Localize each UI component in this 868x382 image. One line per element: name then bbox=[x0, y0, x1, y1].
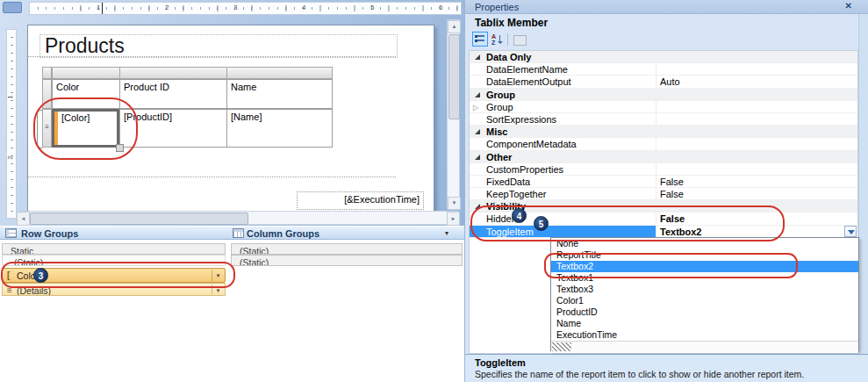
design-horizontal-scrollbar[interactable]: ◂ ▸ bbox=[16, 211, 459, 225]
bracket-icon: [ bbox=[7, 270, 10, 281]
property-row-sortexpressions[interactable]: SortExpressions bbox=[470, 113, 857, 126]
property-category-dataonly[interactable]: Data Only bbox=[470, 51, 857, 63]
data-cell-color-selected[interactable]: [Color] bbox=[52, 109, 119, 148]
row-group-item-label: Static bbox=[11, 246, 33, 255]
column-handle-1[interactable] bbox=[52, 67, 120, 79]
dropdown-item-textbox1[interactable]: Textbox1 bbox=[551, 272, 858, 284]
dropdown-item-executiontime[interactable]: ExecutionTime bbox=[551, 329, 858, 341]
toggleitem-dropdown-list[interactable]: NoneReportTitleTextbox2Textbox1Textbox3C… bbox=[550, 237, 859, 351]
dropdown-item-none[interactable]: None bbox=[551, 238, 858, 249]
property-row-toggleitem[interactable]: ToggleItemTextbox2 bbox=[470, 226, 857, 238]
data-cell-color-text: [Color] bbox=[61, 112, 90, 123]
band-separator-bottom bbox=[28, 177, 396, 177]
design-vertical-scrollbar[interactable]: ▴ ▾ bbox=[447, 19, 460, 209]
property-row-fixeddata[interactable]: FixedDataFalse bbox=[470, 176, 857, 188]
row-group-item-color[interactable]: [Color▾ bbox=[2, 268, 226, 283]
report-title-text: Products bbox=[45, 34, 125, 57]
sort-arrow-icon bbox=[499, 35, 500, 43]
report-page[interactable]: Products ≡ Color Product ID Name [C bbox=[27, 25, 434, 213]
property-row-componentmetadata[interactable]: ComponentMetadata bbox=[470, 138, 857, 150]
property-name: DataElementName bbox=[470, 63, 656, 75]
dropdown-item-textbox3[interactable]: Textbox3 bbox=[551, 284, 858, 295]
panel-right-edge bbox=[858, 14, 868, 354]
report-title-textbox[interactable]: Products bbox=[39, 34, 398, 58]
property-value[interactable]: Textbox2 bbox=[656, 226, 857, 237]
column-handle-3[interactable] bbox=[226, 67, 333, 79]
property-value[interactable] bbox=[656, 63, 857, 75]
categorized-icon bbox=[476, 35, 484, 44]
property-row-hidden[interactable]: HiddenFalse bbox=[470, 213, 857, 225]
property-value[interactable]: Auto bbox=[656, 76, 857, 87]
scroll-left-button[interactable]: ◂ bbox=[17, 212, 30, 226]
tablix[interactable]: ≡ Color Product ID Name [Color] [Product… bbox=[42, 67, 333, 148]
tablix-corner-handle[interactable] bbox=[42, 67, 52, 79]
header-cell-name[interactable]: Name bbox=[226, 79, 333, 109]
grouping-pane-menu-arrow[interactable]: ▾ bbox=[445, 229, 448, 237]
grouping-pane: Row Groups Column Groups ▾ Static(Static… bbox=[0, 226, 464, 382]
ruler-half-ticks bbox=[30, 5, 461, 11]
dropdown-item-color1[interactable]: Color1 bbox=[551, 295, 858, 306]
property-row-dataelementoutput[interactable]: DataElementOutputAuto bbox=[470, 76, 857, 88]
property-description-pane: ToggleItem Specifies the name of the rep… bbox=[465, 354, 868, 382]
property-row-keeptogether[interactable]: KeepTogetherFalse bbox=[470, 188, 857, 200]
property-category-visibility[interactable]: Visibility bbox=[470, 200, 857, 213]
property-name: CustomProperties bbox=[470, 163, 656, 175]
scroll-down-button[interactable]: ▾ bbox=[448, 197, 461, 210]
properties-title-bar[interactable]: Properties ✕ bbox=[465, 0, 868, 14]
design-surface: 123456 12 Products ≡ Color Produ bbox=[0, 0, 464, 226]
close-icon[interactable]: ✕ bbox=[845, 1, 852, 11]
data-cell-name[interactable]: [Name] bbox=[226, 109, 333, 148]
dropdown-item-productid[interactable]: ProductID bbox=[551, 306, 858, 318]
dropdown-item-textbox2[interactable]: Textbox2 bbox=[551, 261, 858, 272]
header-cell-color[interactable]: Color bbox=[52, 79, 120, 109]
row-group-item-static[interactable]: Static bbox=[2, 243, 226, 255]
row-group-item-label: (Details) bbox=[17, 285, 51, 296]
categorized-view-button[interactable] bbox=[472, 32, 488, 47]
selected-cell-resize-grip[interactable] bbox=[116, 144, 124, 152]
dropdown-resize-grip[interactable] bbox=[551, 341, 858, 353]
column-group-item[interactable]: (Static) bbox=[231, 255, 463, 266]
column-groups-label: Column Groups bbox=[247, 228, 319, 239]
column-group-item[interactable]: (Static) bbox=[231, 243, 463, 255]
property-value[interactable]: False bbox=[656, 188, 857, 199]
scroll-right-button[interactable]: ▸ bbox=[447, 212, 460, 226]
property-value[interactable] bbox=[656, 163, 857, 175]
property-value[interactable] bbox=[656, 138, 857, 149]
sort-az-icon: A Z bbox=[491, 33, 496, 46]
alphabetical-sort-button[interactable]: A Z bbox=[489, 32, 505, 47]
ruler-number: 2 bbox=[165, 4, 169, 11]
row-handle-header[interactable] bbox=[42, 79, 52, 109]
ruler-number: 3 bbox=[233, 4, 237, 11]
property-category-other[interactable]: Other bbox=[470, 151, 857, 163]
property-row-dataelementname[interactable]: DataElementName bbox=[470, 63, 857, 76]
row-group-item-details[interactable]: ≡(Details)▾ bbox=[2, 283, 226, 296]
property-category-misc[interactable]: Misc bbox=[470, 126, 857, 138]
row-handle-details[interactable]: ≡ bbox=[42, 109, 52, 148]
vertical-scroll-thumb[interactable] bbox=[448, 34, 460, 119]
selected-object-type: Tablix Member bbox=[475, 17, 548, 29]
property-value[interactable]: False bbox=[656, 176, 857, 187]
row-group-item-static[interactable]: (Static) bbox=[2, 255, 226, 266]
property-category-group[interactable]: Group bbox=[470, 89, 857, 101]
combo-dropdown-button[interactable] bbox=[844, 226, 857, 237]
property-name: FixedData bbox=[470, 176, 656, 187]
group-dropdown-arrow[interactable]: ▾ bbox=[212, 285, 224, 294]
properties-title: Properties bbox=[475, 2, 519, 12]
horizontal-scroll-thumb[interactable] bbox=[30, 213, 248, 225]
dropdown-item-name[interactable]: Name bbox=[551, 318, 858, 329]
group-dropdown-arrow[interactable]: ▾ bbox=[212, 270, 224, 281]
dropdown-item-reporttitle[interactable]: ReportTitle bbox=[551, 249, 858, 261]
scroll-up-button[interactable]: ▴ bbox=[448, 20, 461, 33]
property-value[interactable] bbox=[656, 101, 857, 112]
execution-time-textbox[interactable]: [&ExecutionTime] bbox=[297, 191, 424, 210]
property-value[interactable]: False bbox=[656, 213, 857, 224]
header-cell-productid[interactable]: Product ID bbox=[119, 79, 227, 109]
data-cell-productid[interactable]: [ProductID] bbox=[119, 109, 227, 148]
property-value[interactable] bbox=[656, 113, 857, 125]
description-property-name: ToggleItem bbox=[475, 357, 526, 368]
property-name: Hidden bbox=[470, 213, 656, 224]
property-row-group[interactable]: ▷Group bbox=[470, 101, 857, 113]
column-handle-2[interactable] bbox=[119, 67, 227, 79]
ruler-number: 2 bbox=[6, 155, 14, 159]
property-row-customproperties[interactable]: CustomProperties bbox=[470, 163, 857, 176]
